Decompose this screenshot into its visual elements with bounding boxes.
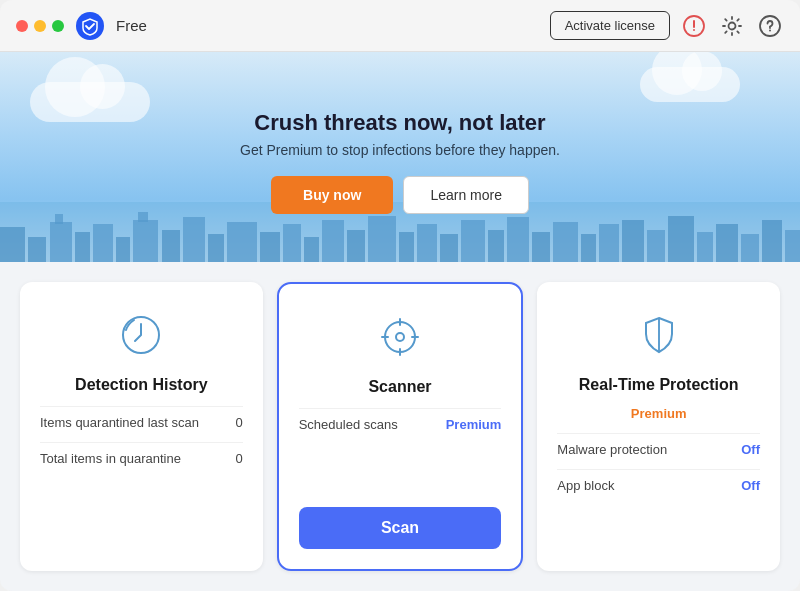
svg-rect-17 [183,217,205,262]
detection-history-title: Detection History [40,376,243,394]
activate-license-button[interactable]: Activate license [550,11,670,40]
notifications-icon [683,15,705,37]
scan-button[interactable]: Scan [299,507,502,549]
malware-protection-label: Malware protection [557,442,667,457]
realtime-protection-icon [634,310,684,360]
app-logo [76,12,104,40]
cloud-decoration-2 [640,67,740,102]
malware-protection-value: Off [741,442,760,457]
scheduled-scans-label: Scheduled scans [299,417,398,432]
close-button[interactable] [16,20,28,32]
svg-rect-11 [75,232,90,262]
maximize-button[interactable] [52,20,64,32]
svg-rect-28 [440,234,458,262]
detection-history-icon-area [40,302,243,364]
svg-rect-23 [322,220,344,262]
buy-now-button[interactable]: Buy now [271,176,393,214]
svg-rect-18 [208,234,224,262]
svg-rect-37 [647,230,665,262]
svg-rect-27 [417,224,437,262]
learn-more-button[interactable]: Learn more [403,176,529,214]
svg-rect-35 [599,224,619,262]
svg-rect-38 [668,216,694,262]
scheduled-scans-value: Premium [446,417,502,432]
svg-point-2 [693,29,695,31]
svg-rect-19 [227,222,257,262]
hero-subtitle: Get Premium to stop infections before th… [240,142,560,158]
svg-rect-36 [622,220,644,262]
detection-history-row-2-value: 0 [235,451,242,466]
svg-rect-22 [304,237,319,262]
app-block-row: App block Off [557,469,760,493]
svg-rect-24 [347,230,365,262]
svg-rect-20 [260,232,280,262]
scanner-card: Scanner Scheduled scans Premium Scan [277,282,524,571]
svg-point-5 [769,29,771,31]
cloud-decoration-1 [30,82,150,122]
scanner-icon-area [299,304,502,366]
detection-history-row-1-value: 0 [235,415,242,430]
title-bar: Free Activate license [0,0,800,52]
app-title: Free [116,17,147,34]
hero-title: Crush threats now, not later [254,110,545,136]
app-block-value: Off [741,478,760,493]
scanner-title: Scanner [299,378,502,396]
help-icon [759,15,781,37]
notifications-button[interactable] [680,12,708,40]
svg-rect-31 [507,217,529,262]
help-button[interactable] [756,12,784,40]
svg-rect-21 [283,224,301,262]
hero-banner: Crush threats now, not later Get Premium… [0,52,800,262]
settings-icon [721,15,743,37]
svg-rect-7 [0,227,25,262]
svg-rect-34 [581,234,596,262]
detection-history-card: Detection History Items quarantined last… [20,282,263,571]
svg-rect-40 [716,224,738,262]
detection-history-row-1-label: Items quarantined last scan [40,415,199,430]
scanner-scheduled-row: Scheduled scans Premium [299,408,502,432]
detection-history-row-2-label: Total items in quarantine [40,451,181,466]
svg-rect-29 [461,220,485,262]
svg-rect-12 [93,224,113,262]
realtime-protection-icon-area [557,302,760,364]
realtime-protection-title: Real-Time Protection [557,376,760,394]
title-bar-right: Activate license [550,11,784,40]
realtime-protection-premium-label: Premium [557,406,760,421]
svg-rect-10 [55,214,63,224]
svg-rect-42 [762,220,782,262]
realtime-protection-card: Real-Time Protection Premium Malware pro… [537,282,780,571]
svg-point-0 [76,12,104,40]
app-block-label: App block [557,478,614,493]
settings-button[interactable] [718,12,746,40]
svg-rect-30 [488,230,504,262]
svg-rect-39 [697,232,713,262]
svg-rect-33 [553,222,578,262]
svg-rect-9 [50,222,72,262]
title-bar-left: Free [16,12,147,40]
scanner-icon [375,312,425,362]
svg-point-3 [729,22,736,29]
svg-rect-32 [532,232,550,262]
traffic-lights [16,20,64,32]
svg-rect-25 [368,216,396,262]
svg-rect-8 [28,237,46,262]
svg-rect-26 [399,232,414,262]
detection-history-row-1: Items quarantined last scan 0 [40,406,243,430]
svg-rect-13 [116,237,130,262]
detection-history-row-2: Total items in quarantine 0 [40,442,243,466]
svg-rect-16 [162,230,180,262]
detection-history-icon [116,310,166,360]
hero-buttons: Buy now Learn more [271,176,529,214]
svg-rect-14 [133,220,158,262]
malware-protection-row: Malware protection Off [557,433,760,457]
svg-point-46 [396,333,404,341]
cards-section: Detection History Items quarantined last… [0,262,800,591]
svg-point-45 [385,322,415,352]
svg-rect-15 [138,212,148,222]
svg-rect-41 [741,234,759,262]
minimize-button[interactable] [34,20,46,32]
svg-rect-43 [785,230,800,262]
